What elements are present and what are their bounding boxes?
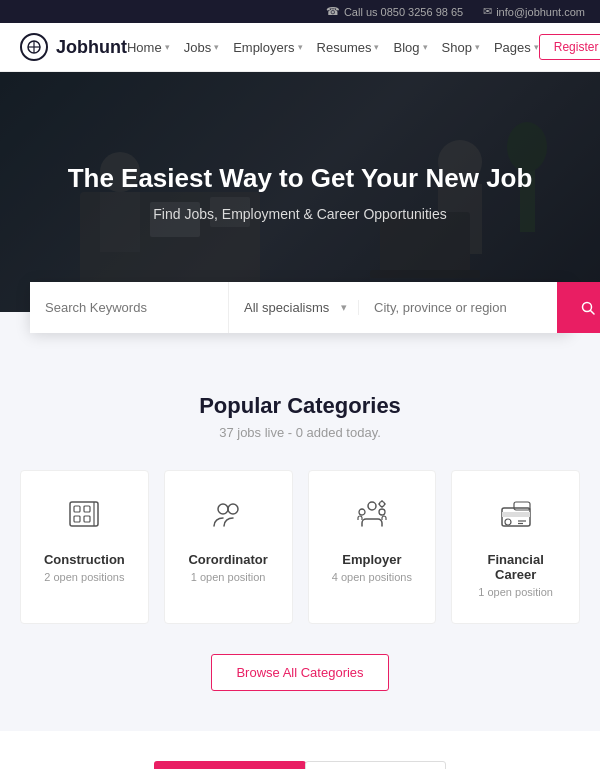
browse-categories-button[interactable]: Browse All Categories	[211, 654, 388, 691]
hero-section: The Easiest Way to Get Your New Job Find…	[0, 72, 600, 312]
search-button[interactable]: SEARCH	[557, 282, 600, 333]
nav-home-arrow: ▾	[165, 42, 170, 52]
search-keywords-input[interactable]	[30, 282, 229, 333]
header: Jobhunt Home ▾ Jobs ▾ Employers ▾ Resume…	[0, 23, 600, 72]
nav-shop[interactable]: Shop ▾	[442, 40, 480, 55]
svg-point-22	[218, 504, 228, 514]
financial-name: Financial Career	[467, 552, 564, 582]
nav-shop-arrow: ▾	[475, 42, 480, 52]
nav-resumes-arrow: ▾	[374, 42, 379, 52]
categories-title: Popular Categories	[20, 393, 580, 419]
jobs-tabs: Featured Jobs Recent Jobs	[20, 761, 580, 769]
tab-recent[interactable]: Recent Jobs	[305, 761, 446, 769]
search-icon	[581, 301, 595, 315]
browse-btn-wrap: Browse All Categories	[20, 654, 580, 691]
phone-info: ☎ Call us 0850 3256 98 65	[326, 5, 463, 18]
financial-count: 1 open position	[467, 586, 564, 598]
email-icon: ✉	[483, 5, 492, 18]
jobs-section: Featured Jobs Recent Jobs Networking Eng…	[0, 731, 600, 769]
nav-employers[interactable]: Employers ▾	[233, 40, 302, 55]
coordinator-name: Corordinator	[180, 552, 277, 567]
email-info: ✉ info@jobhunt.com	[483, 5, 585, 18]
tab-featured[interactable]: Featured Jobs	[154, 761, 306, 769]
search-location-input[interactable]	[359, 282, 557, 333]
svg-rect-18	[84, 506, 90, 512]
svg-line-15	[591, 310, 595, 314]
nav-jobs[interactable]: Jobs ▾	[184, 40, 219, 55]
categories-subtitle: 37 jobs live - 0 added today.	[20, 425, 580, 440]
construction-count: 2 open positions	[36, 571, 133, 583]
employer-icon	[324, 496, 421, 540]
main-nav: Home ▾ Jobs ▾ Employers ▾ Resumes ▾ Blog…	[127, 40, 539, 55]
svg-rect-17	[74, 506, 80, 512]
svg-rect-20	[84, 516, 90, 522]
nav-blog[interactable]: Blog ▾	[393, 40, 427, 55]
nav-blog-arrow: ▾	[423, 42, 428, 52]
employer-count: 4 open positions	[324, 571, 421, 583]
financial-icon	[467, 496, 564, 540]
employer-name: Employer	[324, 552, 421, 567]
category-financial[interactable]: Financial Career 1 open position	[451, 470, 580, 624]
specialisms-select[interactable]: All specialisms IT & Technology Marketin…	[244, 300, 353, 315]
register-button[interactable]: Register	[539, 34, 600, 60]
svg-point-23	[228, 504, 238, 514]
svg-point-27	[379, 502, 384, 507]
specialisms-select-wrap: All specialisms IT & Technology Marketin…	[229, 300, 359, 315]
category-construction[interactable]: Construction 2 open positions	[20, 470, 149, 624]
svg-rect-33	[502, 512, 530, 517]
svg-point-24	[368, 502, 376, 510]
categories-grid: Construction 2 open positions Corordinat…	[20, 470, 580, 624]
search-bar: All specialisms IT & Technology Marketin…	[30, 282, 570, 333]
categories-section: Popular Categories 37 jobs live - 0 adde…	[0, 353, 600, 731]
phone-icon: ☎	[326, 5, 340, 18]
svg-point-34	[505, 519, 511, 525]
svg-point-26	[359, 509, 365, 515]
hero-subtitle: Find Jobs, Employment & Career Opportuni…	[68, 206, 533, 222]
nav-jobs-arrow: ▾	[214, 42, 219, 52]
header-buttons: Register Login	[539, 34, 600, 60]
coordinator-count: 1 open position	[180, 571, 277, 583]
category-coordinator[interactable]: Corordinator 1 open position	[164, 470, 293, 624]
svg-rect-19	[74, 516, 80, 522]
category-employer[interactable]: Employer 4 open positions	[308, 470, 437, 624]
svg-point-25	[379, 509, 385, 515]
nav-employers-arrow: ▾	[298, 42, 303, 52]
logo-icon	[20, 33, 48, 61]
coordinator-icon	[180, 496, 277, 540]
construction-name: Construction	[36, 552, 133, 567]
nav-pages[interactable]: Pages ▾	[494, 40, 539, 55]
svg-rect-35	[514, 502, 530, 510]
hero-title: The Easiest Way to Get Your New Job	[68, 162, 533, 196]
construction-icon	[36, 496, 133, 540]
nav-home[interactable]: Home ▾	[127, 40, 170, 55]
hero-content: The Easiest Way to Get Your New Job Find…	[68, 162, 533, 222]
logo[interactable]: Jobhunt	[20, 33, 127, 61]
top-bar: ☎ Call us 0850 3256 98 65 ✉ info@jobhunt…	[0, 0, 600, 23]
nav-resumes[interactable]: Resumes ▾	[317, 40, 380, 55]
